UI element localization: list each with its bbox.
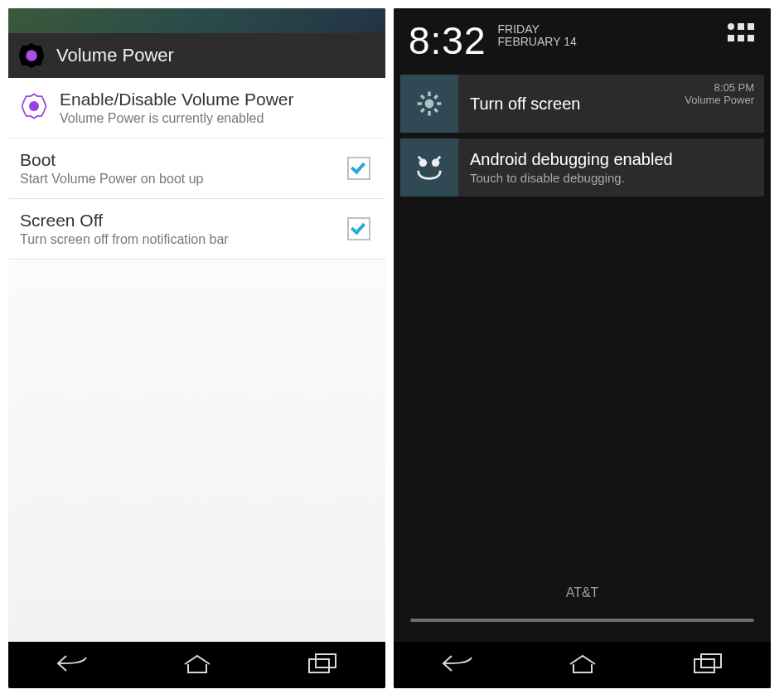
row-title: Screen Off <box>20 211 336 231</box>
quick-settings-button[interactable] <box>726 22 756 50</box>
svg-rect-21 <box>701 654 721 667</box>
gear-icon <box>20 92 48 124</box>
svg-point-8 <box>29 101 39 111</box>
row-subtitle: Start Volume Power on boot up <box>20 172 336 187</box>
nav-bar <box>8 642 385 688</box>
cyanogenmod-icon <box>400 138 458 197</box>
recents-button[interactable] <box>306 653 339 677</box>
svg-rect-16 <box>748 35 754 41</box>
notification-time: 8:05 PM <box>685 81 754 94</box>
svg-rect-12 <box>738 23 744 30</box>
app-title: Volume Power <box>56 45 174 66</box>
recents-button[interactable] <box>691 653 724 677</box>
row-subtitle: Turn screen off from notification bar <box>20 232 336 247</box>
row-title: Enable/Disable Volume Power <box>60 90 370 109</box>
notification-turn-off-screen[interactable]: Turn off screen 8:05 PM Volume Power <box>400 75 764 133</box>
boot-row[interactable]: Boot Start Volume Power on boot up <box>8 138 385 199</box>
svg-rect-10 <box>316 654 336 667</box>
svg-point-6 <box>26 50 37 61</box>
svg-rect-15 <box>738 35 744 41</box>
boot-checkbox[interactable] <box>347 157 370 180</box>
home-button[interactable] <box>567 653 598 677</box>
row-subtitle: Volume Power is currently enabled <box>60 111 370 126</box>
svg-rect-9 <box>309 659 329 672</box>
shade-clock[interactable]: 8:32 <box>409 18 486 63</box>
svg-rect-20 <box>694 659 714 672</box>
notification-subtitle: Touch to disable debugging. <box>470 171 753 185</box>
gear-icon <box>400 75 458 133</box>
screenoff-checkbox[interactable] <box>347 217 370 240</box>
svg-rect-13 <box>748 23 754 30</box>
notification-title: Android debugging enabled <box>470 150 753 169</box>
svg-point-11 <box>728 23 734 30</box>
shade-day: FRIDAY <box>498 23 577 36</box>
shade-date[interactable]: FRIDAY FEBRUARY 14 <box>498 23 577 48</box>
back-button[interactable] <box>440 653 475 677</box>
enable-disable-row[interactable]: Enable/Disable Volume Power Volume Power… <box>8 78 385 138</box>
svg-point-17 <box>425 100 434 109</box>
settings-list: Enable/Disable Volume Power Volume Power… <box>8 78 385 688</box>
shade-handle[interactable] <box>410 619 754 622</box>
back-button[interactable] <box>55 653 90 677</box>
nav-bar <box>394 642 771 688</box>
notification-shade[interactable]: 8:32 FRIDAY FEBRUARY 14 Turn off screen <box>394 8 771 642</box>
svg-rect-14 <box>728 35 734 41</box>
home-button[interactable] <box>181 653 213 677</box>
app-icon <box>17 41 46 70</box>
shade-header: 8:32 FRIDAY FEBRUARY 14 <box>400 8 764 75</box>
carrier-label: AT&T <box>394 585 771 600</box>
phone-left: 8:29 Volume Power E <box>8 8 385 688</box>
phone-right: 8:32 FRIDAY FEBRUARY 14 Turn off screen <box>394 8 771 688</box>
shade-date-line: FEBRUARY 14 <box>498 36 577 48</box>
row-title: Boot <box>20 150 336 170</box>
notification-app: Volume Power <box>685 94 754 106</box>
notification-adb[interactable]: Android debugging enabled Touch to disab… <box>400 138 764 197</box>
app-header: Volume Power <box>8 33 385 78</box>
screen-off-row[interactable]: Screen Off Turn screen off from notifica… <box>8 199 385 260</box>
